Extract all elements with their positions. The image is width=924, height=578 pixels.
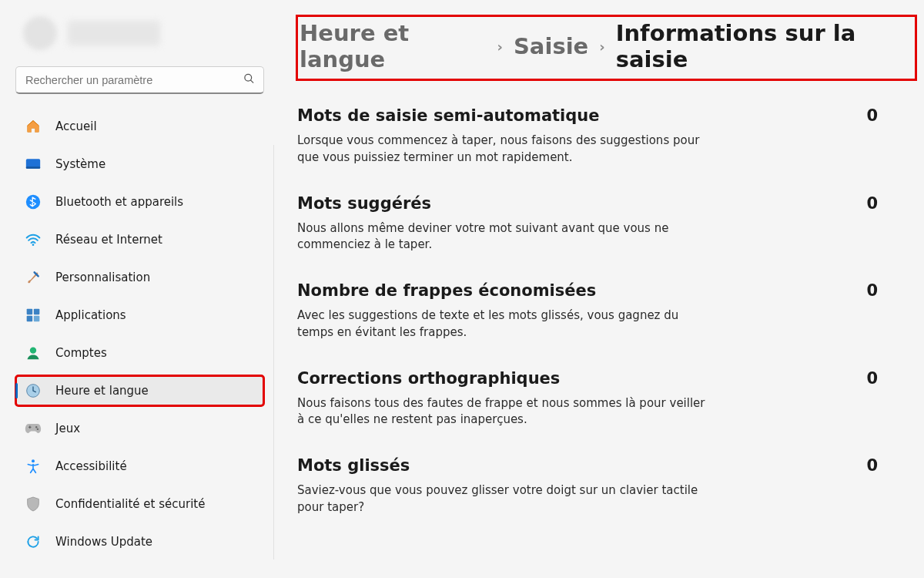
section-value: 0 xyxy=(866,106,882,125)
sidebar-item-systeme[interactable]: Système xyxy=(15,149,264,180)
section-desc: Avec les suggestions de texte et les mot… xyxy=(297,307,713,341)
breadcrumb-level-2[interactable]: Saisie xyxy=(514,33,588,59)
shield-icon xyxy=(25,496,42,512)
time-language-icon xyxy=(25,382,42,399)
profile-area xyxy=(15,15,264,51)
sidebar-item-label: Réseau et Internet xyxy=(55,233,162,247)
sidebar-item-label: Heure et langue xyxy=(55,384,149,398)
svg-rect-3 xyxy=(26,166,40,169)
stat-section: Mots de saisie semi-automatique 0 Lorsqu… xyxy=(297,106,882,166)
brush-icon xyxy=(25,269,42,286)
svg-point-0 xyxy=(245,74,252,81)
sidebar-item-accessibilite[interactable]: Accessibilité xyxy=(15,451,264,482)
sidebar-item-label: Accessibilité xyxy=(55,459,127,473)
avatar xyxy=(23,16,57,50)
breadcrumb-current: Informations sur la saisie xyxy=(616,20,910,72)
sidebar-item-label: Confidentialité et sécurité xyxy=(55,497,205,511)
svg-point-13 xyxy=(37,428,38,430)
svg-rect-7 xyxy=(34,309,40,315)
svg-line-1 xyxy=(250,80,253,83)
stat-section: Corrections orthographiques 0 Nous faiso… xyxy=(297,369,882,429)
apps-icon xyxy=(25,307,42,324)
sidebar-item-label: Accueil xyxy=(55,119,97,133)
home-icon xyxy=(25,118,42,135)
sidebar-item-accueil[interactable]: Accueil xyxy=(15,111,264,142)
sidebar-item-windows-update[interactable]: Windows Update xyxy=(15,526,264,557)
chevron-right-icon: › xyxy=(497,39,503,55)
search-icon xyxy=(243,73,255,88)
section-value: 0 xyxy=(866,456,882,475)
wifi-icon xyxy=(25,231,42,248)
sidebar-item-personnalisation[interactable]: Personnalisation xyxy=(15,262,264,293)
account-icon xyxy=(25,344,42,361)
sidebar-item-label: Jeux xyxy=(55,422,80,435)
section-value: 0 xyxy=(866,194,882,213)
sidebar-item-confidentialite[interactable]: Confidentialité et sécurité xyxy=(15,489,264,519)
sidebar-item-applications[interactable]: Applications xyxy=(15,300,264,331)
section-value: 0 xyxy=(866,281,882,300)
sidebar-item-label: Applications xyxy=(55,308,126,322)
breadcrumb-level-1[interactable]: Heure et langue xyxy=(300,20,487,72)
section-desc: Nous allons même deviner votre mot suiva… xyxy=(297,220,713,254)
sidebar-item-label: Système xyxy=(55,157,105,171)
gaming-icon xyxy=(25,420,42,437)
stat-section: Nombre de frappes économisées 0 Avec les… xyxy=(297,281,882,341)
section-title: Corrections orthographiques xyxy=(297,369,560,388)
sidebar: Accueil Système Bluetooth et appareils R… xyxy=(0,0,273,578)
sidebar-item-label: Personnalisation xyxy=(55,271,150,284)
breadcrumb: Heure et langue › Saisie › Informations … xyxy=(296,15,916,80)
svg-rect-9 xyxy=(34,316,40,322)
section-title: Mots de saisie semi-automatique xyxy=(297,106,600,125)
section-title: Mots glissés xyxy=(297,456,410,475)
svg-rect-6 xyxy=(27,309,33,315)
sidebar-item-heure-langue[interactable]: Heure et langue xyxy=(15,375,264,406)
search-input[interactable] xyxy=(15,66,264,94)
sidebar-item-jeux[interactable]: Jeux xyxy=(15,413,264,444)
svg-point-10 xyxy=(30,348,36,354)
section-desc: Saviez-vous que vous pouvez glisser votr… xyxy=(297,482,713,516)
section-title: Nombre de frappes économisées xyxy=(297,281,596,300)
svg-rect-8 xyxy=(27,316,33,322)
section-value: 0 xyxy=(866,369,882,388)
system-icon xyxy=(25,156,42,173)
sidebar-item-label: Windows Update xyxy=(55,535,152,549)
nav: Accueil Système Bluetooth et appareils R… xyxy=(15,111,264,563)
profile-name-blur xyxy=(68,21,160,45)
stat-section: Mots suggérés 0 Nous allons même deviner… xyxy=(297,194,882,254)
update-icon xyxy=(25,533,42,550)
search-wrap xyxy=(15,66,264,94)
section-title: Mots suggérés xyxy=(297,194,431,213)
section-desc: Lorsque vous commencez à taper, nous fai… xyxy=(297,133,713,166)
svg-point-5 xyxy=(32,244,35,246)
sidebar-item-bluetooth[interactable]: Bluetooth et appareils xyxy=(15,187,264,217)
sidebar-item-label: Comptes xyxy=(55,346,107,360)
svg-point-12 xyxy=(35,426,37,428)
section-desc: Nous faisons tous des fautes de frappe e… xyxy=(297,395,713,429)
main-content: Mots de saisie semi-automatique 0 Lorsqu… xyxy=(273,145,924,560)
sidebar-item-label: Bluetooth et appareils xyxy=(55,195,183,209)
chevron-right-icon: › xyxy=(599,39,604,55)
bluetooth-icon xyxy=(25,193,42,210)
svg-point-14 xyxy=(32,459,35,462)
sidebar-item-reseau[interactable]: Réseau et Internet xyxy=(15,224,264,255)
sidebar-item-comptes[interactable]: Comptes xyxy=(15,338,264,368)
stat-section: Mots glissés 0 Saviez-vous que vous pouv… xyxy=(297,456,882,516)
accessibility-icon xyxy=(25,458,42,475)
